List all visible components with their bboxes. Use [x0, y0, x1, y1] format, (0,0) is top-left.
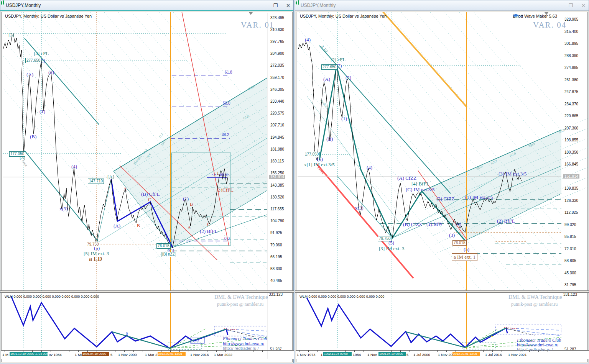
axis-date-label: 1 Mar 2022 [214, 353, 232, 357]
axis-date-label: 1 Nov 2021 [508, 353, 527, 357]
axis-date-label: 5 [406, 353, 408, 357]
axis-date-label: 1 Nov [367, 353, 377, 357]
panel-splitter[interactable] [0, 290, 294, 293]
axis-date-label: 1 Jul 2000 [413, 353, 430, 357]
axis-tick [318, 351, 318, 352]
axis-tick [299, 351, 299, 352]
axis-tick [78, 351, 79, 352]
axis-tick [437, 351, 438, 352]
axis-date-label: 1984 [353, 353, 361, 357]
axis-tick [502, 351, 502, 352]
axis-date-highlight: 2012.02.01 13:36 [452, 352, 480, 356]
ewm-brand: Elliott Wave Maker 5.63 [513, 14, 557, 18]
axis-tick [308, 351, 309, 352]
axis-date-highlight: 1995.04.19 00:00 [378, 352, 406, 356]
axis-tick [253, 351, 253, 352]
chart-graphics-layer [0, 0, 589, 364]
axis-tick [428, 351, 428, 352]
axis-tick [483, 351, 484, 352]
axis-tick [124, 351, 125, 352]
axis-date-label: 1 M [2, 353, 8, 357]
marker-triangle-icon [249, 12, 253, 15]
axis-tick [189, 351, 189, 352]
watermark-line1: DML & EWA Technique [214, 294, 268, 300]
axis-date-label: 5 [110, 353, 112, 357]
dml-ewa-link[interactable]: http://www.dml-ewa.ru [223, 341, 264, 346]
redtrader-link[interactable]: http:// redtrader.ru / [223, 346, 259, 351]
axis-tick [492, 351, 493, 352]
axis-tick [51, 351, 51, 352]
axis-date-label: 1 Jul 2016 [485, 353, 502, 357]
axis-date-label: ov 1984 [49, 353, 62, 357]
axis-tick [364, 351, 364, 352]
axis-tick [410, 351, 410, 352]
axis-tick [198, 351, 198, 352]
axis-tick [60, 351, 60, 352]
wlm-indicator-label: WLM 0.000 0.000 0.000 0.000 0.000 0.000 … [299, 295, 384, 298]
symbol-header: USDJPY, Monthly: US Dollar vs Japanese Y… [5, 14, 92, 18]
time-axis[interactable]: 1 Mov 19841 Ma51 Nov 20001 Mar 21 Nov 20… [1, 350, 294, 359]
axis-date-label: 1 Nov 20 [438, 353, 452, 357]
scale-separator [268, 13, 268, 359]
axis-tick [133, 351, 134, 352]
symbol-header: USDJPY, Monthly: US Dollar vs Japanese Y… [300, 14, 387, 18]
variant-label: VAR. 01 [241, 20, 274, 30]
watermark-line2: putnik-post @ rambler.ru [217, 302, 263, 307]
axis-date-label: 1 Nov 1973 [297, 353, 316, 357]
axis-tick [235, 351, 235, 352]
axis-tick [244, 351, 244, 352]
axis-tick [557, 351, 557, 352]
fibonacci-traders-club-text: Fibonacci Traders Club [223, 336, 267, 342]
axis-tick [152, 351, 152, 352]
variant-label: VAR. 04 [533, 20, 566, 30]
axis-tick [262, 351, 263, 352]
axis-date-highlight: 1978.10.30 00:00 .1.04 00:00 [10, 352, 48, 356]
panel-splitter[interactable] [295, 290, 589, 293]
watermark-line1: DML & EWA Technique [508, 294, 562, 300]
watermark-line2: putnik-post @ rambler.ru [511, 302, 558, 307]
axis-date-label: 1 [321, 353, 322, 357]
axis-date-highlight: 1995.04.19 00:00 [82, 352, 109, 356]
axis-date-label: 1 Nov 2016 [190, 353, 209, 357]
axis-date-label: 1 Nov 2000 [118, 353, 137, 357]
axis-tick [446, 351, 447, 352]
dml-ewa-link[interactable]: http://www.dml-ewa.ru [517, 343, 558, 347]
axis-tick [5, 351, 5, 352]
axis-tick [354, 351, 355, 352]
axis-date-label: 1 Mar 2 [145, 353, 157, 357]
axis-date-highlight: 2012.02.01 13:36 [158, 352, 186, 356]
redtrader-link[interactable]: http:// redtrader.ru / [517, 347, 553, 352]
axis-tick [69, 351, 69, 352]
wlm-indicator-label: WLM 0.000 0.000 0.000 0.000 0.000 0.000 … [5, 295, 99, 298]
marker-triangle-icon [545, 12, 548, 15]
axis-tick [511, 351, 511, 352]
axis-tick [207, 351, 207, 352]
axis-tick [373, 351, 373, 352]
axis-tick [143, 351, 143, 352]
axis-tick [419, 351, 419, 352]
axis-tick [115, 351, 115, 352]
axis-tick [216, 351, 217, 352]
axis-tick [225, 351, 226, 352]
axis-date-highlight: 1982.11.04 00:00 [323, 352, 352, 356]
ewm-logo-icon [513, 14, 519, 18]
scale-separator [562, 13, 562, 359]
